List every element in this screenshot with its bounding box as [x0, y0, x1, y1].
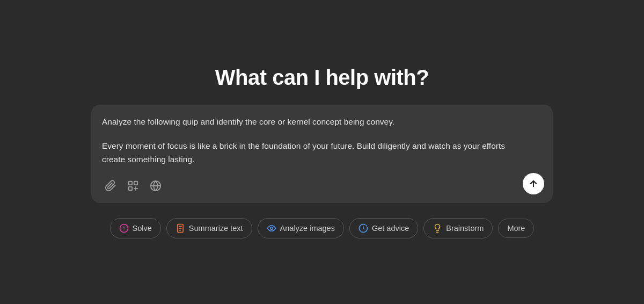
input-toolbar — [102, 177, 542, 194]
more-label: More — [507, 224, 525, 233]
main-container: What can I help with? Analyze the follow… — [80, 66, 564, 238]
solve-label: Solve — [133, 224, 152, 233]
analyze-button[interactable]: Analyze images — [258, 218, 344, 238]
advice-button[interactable]: Get advice — [349, 218, 418, 238]
tools-icon-button[interactable] — [125, 177, 142, 194]
brainstorm-button[interactable]: Brainstorm — [423, 218, 493, 238]
advice-label: Get advice — [372, 224, 409, 233]
summarize-label: Summarize text — [189, 224, 243, 233]
advice-icon — [358, 223, 368, 233]
solve-icon — [119, 223, 129, 233]
globe-icon-button[interactable] — [147, 177, 164, 194]
summarize-icon — [175, 223, 185, 233]
svg-rect-1 — [134, 181, 137, 184]
attach-icon-button[interactable] — [102, 177, 119, 194]
svg-rect-2 — [129, 187, 132, 190]
send-button[interactable] — [523, 173, 544, 194]
input-line1: Analyze the following quip and identify … — [102, 115, 510, 129]
send-icon — [529, 179, 538, 189]
input-line2: Every moment of focus is like a brick in… — [102, 140, 510, 167]
more-button[interactable]: More — [498, 219, 534, 238]
brainstorm-label: Brainstorm — [446, 224, 484, 233]
input-text: Analyze the following quip and identify … — [102, 115, 542, 166]
input-area: Analyze the following quip and identify … — [91, 105, 553, 202]
brainstorm-icon — [433, 223, 442, 233]
quick-actions: Solve Summarize text Analy — [110, 218, 535, 238]
analyze-icon — [267, 223, 276, 233]
svg-point-12 — [270, 227, 273, 229]
page-title: What can I help with? — [215, 66, 429, 90]
analyze-label: Analyze images — [280, 224, 335, 233]
summarize-button[interactable]: Summarize text — [166, 218, 252, 238]
solve-button[interactable]: Solve — [110, 218, 161, 238]
svg-rect-0 — [129, 181, 132, 184]
